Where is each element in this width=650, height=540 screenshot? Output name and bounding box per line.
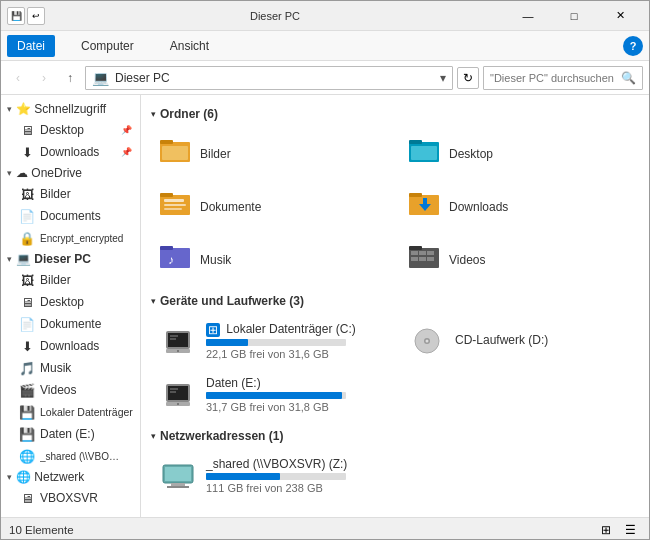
desktop-icon: 🖥 bbox=[19, 122, 35, 138]
search-input[interactable] bbox=[490, 72, 617, 84]
sidebar-item-bilder-od[interactable]: 🖼 Bilder bbox=[1, 183, 140, 205]
svg-rect-19 bbox=[409, 246, 422, 250]
server-icon: 🖥 bbox=[19, 490, 35, 506]
folders-section-header: ▾ Ordner (6) bbox=[151, 107, 639, 121]
downloads-icon: ⬇ bbox=[19, 338, 35, 354]
network-shared-bar bbox=[206, 473, 280, 480]
folder-musik[interactable]: ♪ Musik bbox=[151, 235, 390, 284]
folder-bilder-icon bbox=[160, 136, 192, 171]
drive-e[interactable]: Daten (E:) 31,7 GB frei von 31,8 GB bbox=[151, 370, 639, 419]
sidebar-item-lokalec[interactable]: 💾 Lokaler Datenträger bbox=[1, 401, 140, 423]
svg-rect-45 bbox=[171, 483, 185, 486]
sidebar-item-label: Dokumente bbox=[40, 317, 101, 331]
drive-e-info: Daten (E:) 31,7 GB frei von 31,8 GB bbox=[206, 376, 630, 413]
search-field[interactable]: 🔍 bbox=[483, 66, 643, 90]
sidebar-section-netzwerk[interactable]: ▾ 🌐 Netzwerk bbox=[1, 467, 140, 487]
svg-rect-40 bbox=[170, 391, 176, 393]
folder-desktop-icon bbox=[409, 136, 441, 171]
quick-undo-btn[interactable]: ↩ bbox=[27, 7, 45, 25]
network-icon: 🌐 bbox=[19, 448, 35, 464]
folder-desktop[interactable]: Desktop bbox=[400, 129, 639, 178]
window-title: Dieser PC bbox=[45, 10, 505, 22]
dokumente-icon: 📄 bbox=[19, 316, 35, 332]
quick-access-toolbar: 💾 ↩ bbox=[7, 7, 45, 25]
sidebar-item-label: Downloads bbox=[40, 339, 99, 353]
sidebar-item-musik-pc[interactable]: 🎵 Musik bbox=[1, 357, 140, 379]
sidebar-item-label: Videos bbox=[40, 383, 76, 397]
svg-rect-44 bbox=[165, 467, 191, 481]
drive-d[interactable]: CD-Laufwerk (D:) bbox=[400, 316, 639, 366]
drive-e-bar-container bbox=[206, 392, 346, 399]
maximize-button[interactable]: □ bbox=[551, 1, 597, 31]
sidebar-item-documents-od[interactable]: 📄 Documents bbox=[1, 205, 140, 227]
svg-rect-22 bbox=[427, 251, 434, 255]
drive-c-info: ⊞ Lokaler Datenträger (C:) 22,1 GB frei … bbox=[206, 322, 381, 360]
folder-videos[interactable]: Videos bbox=[400, 235, 639, 284]
quick-save-btn[interactable]: 💾 bbox=[7, 7, 25, 25]
section-chevron-icon: ▾ bbox=[151, 296, 156, 306]
network-section-title: Netzwerkadressen (1) bbox=[160, 429, 283, 443]
status-item-count: 10 Elemente bbox=[9, 524, 74, 536]
pc-icon: 💻 bbox=[92, 70, 109, 86]
network-shared-name: _shared (\\VBOXSVR) (Z:) bbox=[206, 457, 630, 471]
sidebar-item-bilder-pc[interactable]: 🖼 Bilder bbox=[1, 269, 140, 291]
minimize-button[interactable]: — bbox=[505, 1, 551, 31]
folder-dokumente[interactable]: Dokumente bbox=[151, 182, 390, 231]
sidebar-item-dokumente-pc[interactable]: 📄 Dokumente bbox=[1, 313, 140, 335]
sidebar-item-vboxsvr[interactable]: 🖥 VBOXSVR bbox=[1, 487, 140, 509]
sidebar-section-label: ⭐ Schnellzugriff bbox=[16, 102, 106, 116]
sidebar-section-onedrive[interactable]: ▾ ☁ OneDrive bbox=[1, 163, 140, 183]
view-list-btn[interactable]: ☰ bbox=[619, 521, 641, 539]
network-shared-icon bbox=[160, 461, 196, 489]
sidebar-item-datene[interactable]: 💾 Daten (E:) bbox=[1, 423, 140, 445]
help-button[interactable]: ? bbox=[623, 36, 643, 56]
drives-section-title: Geräte und Laufwerke (3) bbox=[160, 294, 304, 308]
view-icons-btn[interactable]: ⊞ bbox=[595, 521, 617, 539]
sidebar-section-dieserpc[interactable]: ▾ 💻 Dieser PC bbox=[1, 249, 140, 269]
desktop-icon: 🖥 bbox=[19, 294, 35, 310]
search-icon: 🔍 bbox=[621, 71, 636, 85]
drive-d-icon bbox=[409, 325, 445, 357]
svg-rect-5 bbox=[411, 146, 437, 160]
back-button[interactable]: ‹ bbox=[7, 67, 29, 89]
close-button[interactable]: ✕ bbox=[597, 1, 643, 31]
sidebar-item-label: _shared (\\VBOXSVR bbox=[40, 451, 125, 462]
folder-bilder[interactable]: Bilder bbox=[151, 129, 390, 178]
address-field[interactable]: 💻 Dieser PC ▾ bbox=[85, 66, 453, 90]
encrypt-icon: 🔒 bbox=[19, 230, 35, 246]
chevron-icon: ▾ bbox=[7, 104, 12, 114]
address-dropdown-icon[interactable]: ▾ bbox=[440, 71, 446, 85]
drive-e-name: Daten (E:) bbox=[206, 376, 630, 390]
drive-e-icon bbox=[160, 378, 196, 410]
main-area: ▾ ⭐ Schnellzugriff 🖥 Desktop 📌 ⬇ Downloa… bbox=[1, 95, 649, 517]
tab-ansicht[interactable]: Ansicht bbox=[160, 35, 219, 57]
drive-e-bar bbox=[206, 392, 342, 399]
svg-point-36 bbox=[426, 339, 429, 342]
svg-rect-14 bbox=[423, 198, 427, 206]
drive-d-name: CD-Laufwerk (D:) bbox=[455, 333, 630, 347]
sidebar-item-desktop-pc[interactable]: 🖥 Desktop bbox=[1, 291, 140, 313]
sidebar-item-encrypt-od[interactable]: 🔒 Encrypt_encrypted bbox=[1, 227, 140, 249]
tab-datei[interactable]: Datei bbox=[7, 35, 55, 57]
up-button[interactable]: ↑ bbox=[59, 67, 81, 89]
drive-c-size: 22,1 GB frei von 31,6 GB bbox=[206, 348, 381, 360]
forward-button[interactable]: › bbox=[33, 67, 55, 89]
sidebar-section-schnellzugriff[interactable]: ▾ ⭐ Schnellzugriff bbox=[1, 99, 140, 119]
chevron-icon: ▾ bbox=[7, 254, 12, 264]
sidebar-item-shared[interactable]: 🌐 _shared (\\VBOXSVR bbox=[1, 445, 140, 467]
folder-videos-icon bbox=[409, 242, 441, 277]
drive-c-bar bbox=[206, 339, 248, 346]
sidebar-item-label: Musik bbox=[40, 361, 71, 375]
refresh-button[interactable]: ↻ bbox=[457, 67, 479, 89]
title-bar-left: 💾 ↩ bbox=[7, 7, 45, 25]
sidebar: ▾ ⭐ Schnellzugriff 🖥 Desktop 📌 ⬇ Downloa… bbox=[1, 95, 141, 517]
sidebar-item-downloads-pc[interactable]: ⬇ Downloads bbox=[1, 335, 140, 357]
svg-text:⊞: ⊞ bbox=[208, 323, 218, 337]
network-shared[interactable]: _shared (\\VBOXSVR) (Z:) 111 GB frei von… bbox=[151, 451, 639, 500]
folder-downloads[interactable]: Downloads bbox=[400, 182, 639, 231]
sidebar-item-videos-pc[interactable]: 🎬 Videos bbox=[1, 379, 140, 401]
tab-computer[interactable]: Computer bbox=[71, 35, 144, 57]
sidebar-item-desktop-quick[interactable]: 🖥 Desktop 📌 bbox=[1, 119, 140, 141]
sidebar-item-downloads-quick[interactable]: ⬇ Downloads 📌 bbox=[1, 141, 140, 163]
drive-c[interactable]: ⊞ Lokaler Datenträger (C:) 22,1 GB frei … bbox=[151, 316, 390, 366]
